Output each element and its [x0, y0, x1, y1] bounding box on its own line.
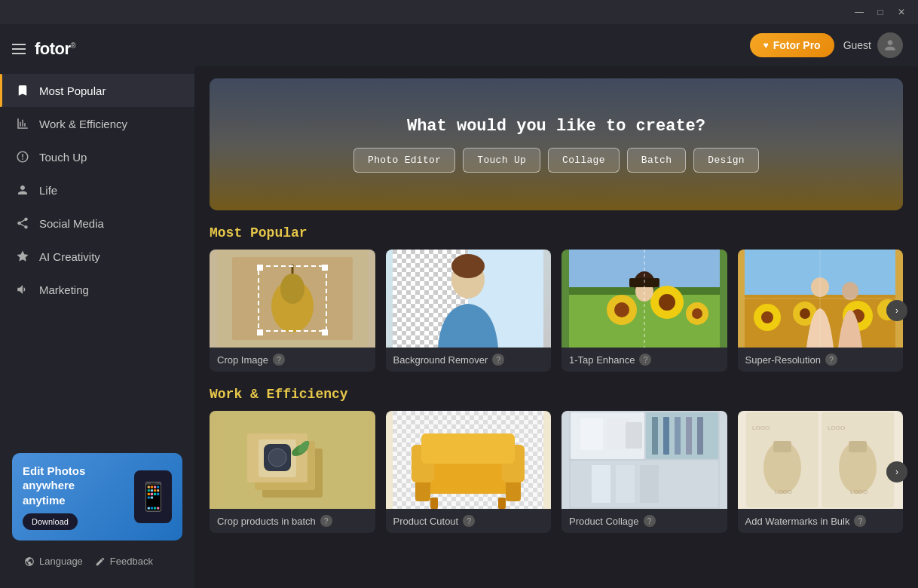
fotor-pro-button[interactable]: Fotor Pro — [750, 33, 834, 57]
help-icon: ? — [854, 515, 866, 527]
svg-text:LOGO: LOGO — [775, 488, 792, 495]
svg-rect-89 — [849, 441, 867, 452]
svg-text:LOGO: LOGO — [850, 488, 868, 495]
work-efficiency-next-button[interactable]: › — [886, 461, 907, 482]
svg-point-3 — [280, 274, 304, 304]
svg-rect-7 — [322, 265, 328, 271]
help-icon: ? — [463, 515, 475, 527]
promo-title: Edit Photosanywhereanytime — [23, 464, 85, 508]
svg-rect-64 — [421, 433, 515, 464]
promo-card[interactable]: Edit Photosanywhereanytime Download — [12, 453, 182, 541]
minimize-button[interactable]: — — [849, 2, 870, 23]
feedback-button[interactable]: Feedback — [95, 556, 153, 567]
svg-rect-71 — [626, 422, 642, 449]
hero-btn-design[interactable]: Design — [693, 148, 759, 173]
promo-download-button[interactable]: Download — [23, 513, 78, 530]
svg-text:LOGO: LOGO — [828, 424, 845, 431]
svg-rect-74 — [663, 417, 669, 455]
hero-btn-batch[interactable]: Batch — [627, 148, 687, 173]
hero-banner: What would you like to create? Photo Edi… — [210, 78, 903, 210]
card-super-resolution[interactable]: Super-Resolution ? — [738, 250, 904, 372]
sidebar-item-label: Work & Efficiency — [39, 118, 127, 130]
hamburger-button[interactable] — [12, 44, 26, 54]
card-background-remover[interactable]: Background Remover ? — [386, 250, 552, 372]
sidebar-item-touch-up[interactable]: Touch Up — [0, 140, 194, 173]
maximize-button[interactable]: □ — [870, 2, 891, 23]
person-icon — [15, 182, 30, 198]
card-label-batch-crop: Crop products in batch ? — [210, 509, 375, 533]
svg-rect-76 — [686, 417, 692, 455]
hero-btn-collage[interactable]: Collage — [548, 148, 620, 173]
help-icon: ? — [639, 354, 651, 366]
hero-btn-photo-editor[interactable]: Photo Editor — [353, 148, 455, 173]
svg-rect-69 — [580, 418, 603, 450]
language-label: Language — [39, 556, 83, 567]
help-icon: ? — [320, 515, 332, 527]
product-collage-thumbnail — [562, 411, 727, 509]
card-product-cutout[interactable]: Product Cutout ? — [386, 411, 552, 533]
card-1-tap-enhance[interactable]: 1-Tap Enhance ? — [562, 250, 727, 372]
svg-rect-9 — [322, 329, 328, 335]
sidebar-item-marketing[interactable]: Marketing — [0, 273, 194, 306]
card-crop-image[interactable]: Crop Image ? — [210, 250, 375, 372]
sidebar-item-social-media[interactable]: Social Media — [0, 207, 194, 240]
most-popular-next-button[interactable]: › — [886, 300, 907, 321]
svg-rect-82 — [664, 465, 683, 503]
close-button[interactable]: ✕ — [891, 2, 912, 23]
pencil-icon — [95, 556, 106, 567]
feedback-label: Feedback — [110, 556, 153, 567]
card-product-collage[interactable]: Product Collage ? — [562, 411, 727, 533]
sidebar-item-work-efficiency[interactable]: Work & Efficiency — [0, 107, 194, 140]
svg-point-26 — [692, 308, 702, 319]
work-efficiency-grid: Crop products in batch ? — [210, 411, 903, 533]
hero-btn-touch-up[interactable]: Touch Up — [463, 148, 540, 173]
sidebar-item-ai-creativity[interactable]: AI Creativity — [0, 240, 194, 273]
topbar: Fotor Pro Guest — [194, 24, 918, 66]
svg-rect-79 — [592, 465, 610, 503]
bookmark-icon — [15, 83, 30, 98]
logo-sup: ® — [71, 41, 76, 50]
super-resolution-thumbnail — [738, 250, 904, 348]
sidebar-item-label: Touch Up — [39, 151, 87, 164]
help-icon: ? — [492, 354, 504, 366]
card-add-watermarks-bulk[interactable]: LOGO LOGO LOGO LOGO Add Watermarks in Bu… — [738, 411, 904, 533]
social-icon — [15, 216, 30, 231]
product-cutout-thumbnail — [386, 411, 552, 509]
most-popular-title: Most Popular — [210, 225, 903, 240]
background-remover-thumbnail — [386, 250, 552, 348]
hero-buttons: Photo Editor Touch Up Collage Batch Desi… — [353, 148, 759, 173]
card-label-watermarks: Add Watermarks in Bulk ? — [738, 509, 904, 533]
help-icon: ? — [644, 515, 656, 527]
content-area: What would you like to create? Photo Edi… — [194, 66, 918, 588]
sidebar-item-most-popular[interactable]: Most Popular — [0, 74, 194, 107]
card-crop-products-batch[interactable]: Crop products in batch ? — [210, 411, 375, 533]
marketing-icon — [15, 282, 30, 297]
svg-point-17 — [451, 254, 485, 278]
crop-image-thumbnail — [210, 250, 375, 348]
guest-info[interactable]: Guest — [843, 32, 903, 58]
sidebar-footer: Language Feedback — [12, 550, 182, 579]
svg-rect-8 — [257, 329, 263, 335]
svg-rect-6 — [257, 265, 263, 271]
svg-rect-66 — [498, 498, 506, 509]
hero-title: What would you like to create? — [407, 117, 705, 136]
svg-rect-80 — [616, 465, 635, 503]
card-label-product-cutout: Product Cutout ? — [386, 509, 552, 533]
language-button[interactable]: Language — [24, 556, 83, 567]
face-icon — [15, 149, 30, 164]
help-icon: ? — [825, 354, 837, 366]
sidebar-item-life[interactable]: Life — [0, 173, 194, 207]
svg-rect-81 — [640, 465, 659, 503]
batch-crop-thumbnail — [210, 411, 375, 509]
sidebar-item-label: AI Creativity — [39, 250, 100, 263]
chart-icon — [15, 116, 30, 131]
card-label-bg-remover: Background Remover ? — [386, 348, 552, 372]
card-label-enhance: 1-Tap Enhance ? — [562, 348, 727, 372]
sidebar-item-label: Most Popular — [39, 84, 106, 97]
svg-rect-77 — [697, 417, 703, 455]
svg-point-42 — [842, 282, 858, 300]
work-efficiency-title: Work & Efficiency — [210, 387, 903, 402]
sidebar-item-label: Life — [39, 184, 57, 197]
svg-point-24 — [659, 294, 675, 311]
svg-rect-65 — [430, 498, 438, 509]
